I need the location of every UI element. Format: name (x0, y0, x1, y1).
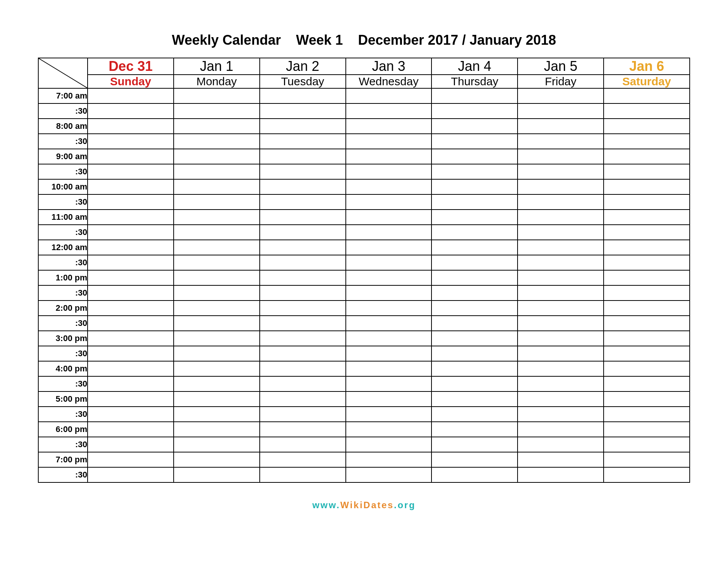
time-slot (174, 437, 260, 452)
time-slot (604, 316, 690, 331)
time-slot (174, 164, 260, 179)
time-slot (346, 407, 432, 422)
time-slot (518, 467, 604, 482)
time-slot (88, 194, 174, 210)
time-slot (604, 346, 690, 361)
time-slot (431, 103, 518, 119)
date-header: Jan 3 (346, 58, 432, 75)
diagonal-line-icon (39, 58, 87, 88)
time-slot (604, 376, 690, 391)
time-slot (88, 255, 174, 270)
time-slot (518, 119, 604, 134)
time-row: 9:00 am (38, 149, 690, 164)
time-slot (604, 255, 690, 270)
time-slot (431, 240, 518, 255)
time-slot (346, 452, 432, 467)
time-slot (604, 407, 690, 422)
time-slot (604, 301, 690, 316)
time-slot (431, 301, 518, 316)
time-label: :30 (38, 346, 88, 361)
time-slot (174, 407, 260, 422)
time-slot (604, 467, 690, 482)
time-slot (174, 225, 260, 240)
dayname-header: Tuesday (260, 75, 346, 88)
time-row: :30 (38, 376, 690, 391)
time-slot (346, 346, 432, 361)
time-slot (260, 361, 346, 376)
time-slot (88, 346, 174, 361)
time-slot (88, 331, 174, 346)
time-slot (174, 346, 260, 361)
time-slot (346, 103, 432, 119)
time-row: 2:00 pm (38, 301, 690, 316)
time-slot (88, 301, 174, 316)
time-slot (604, 88, 690, 103)
time-label: :30 (38, 225, 88, 240)
time-slot (174, 452, 260, 467)
time-slot (518, 164, 604, 179)
time-slot (260, 376, 346, 391)
time-slot (260, 179, 346, 194)
time-slot (174, 179, 260, 194)
time-slot (174, 194, 260, 210)
time-slot (260, 240, 346, 255)
dayname-header: Sunday (88, 75, 174, 88)
time-slot (174, 331, 260, 346)
time-slot (604, 103, 690, 119)
time-label: 7:00 am (38, 88, 88, 103)
time-row: :30 (38, 255, 690, 270)
footer-prefix: www. (312, 500, 340, 510)
time-slot (604, 391, 690, 407)
time-slot (431, 134, 518, 149)
time-row: 6:00 pm (38, 422, 690, 437)
dayname-header: Saturday (604, 75, 690, 88)
date-header: Jan 5 (518, 58, 604, 75)
dayname-row: Sunday Monday Tuesday Wednesday Thursday… (38, 75, 690, 88)
time-label: 12:00 am (38, 240, 88, 255)
time-slot (174, 376, 260, 391)
time-slot (518, 301, 604, 316)
time-slot (604, 452, 690, 467)
time-slot (346, 437, 432, 452)
time-label: :30 (38, 103, 88, 119)
time-label: 11:00 am (38, 210, 88, 225)
corner-diagonal-cell (38, 58, 88, 88)
time-slot (518, 88, 604, 103)
time-slot (174, 240, 260, 255)
time-slot (604, 361, 690, 376)
dayname-header: Wednesday (346, 75, 432, 88)
time-label: :30 (38, 407, 88, 422)
time-row: :30 (38, 467, 690, 482)
time-slot (604, 179, 690, 194)
time-slot (174, 210, 260, 225)
time-slot (431, 452, 518, 467)
time-slot (174, 391, 260, 407)
footer-main: WikiDates (340, 500, 394, 510)
time-slot (604, 164, 690, 179)
dayname-header: Monday (174, 75, 260, 88)
time-slot (88, 164, 174, 179)
time-slot (88, 422, 174, 437)
time-row: :30 (38, 134, 690, 149)
time-slot (604, 437, 690, 452)
time-label: 6:00 pm (38, 422, 88, 437)
time-slot (88, 225, 174, 240)
time-slot (431, 255, 518, 270)
time-slot (174, 361, 260, 376)
time-slot (518, 134, 604, 149)
time-slot (518, 437, 604, 452)
time-row: :30 (38, 407, 690, 422)
time-slot (174, 149, 260, 164)
time-slot (260, 255, 346, 270)
time-row: 8:00 am (38, 119, 690, 134)
time-slot (518, 361, 604, 376)
calendar-header: Dec 31 Jan 1 Jan 2 Jan 3 Jan 4 Jan 5 Jan… (38, 58, 690, 88)
time-label: 2:00 pm (38, 301, 88, 316)
dayname-header: Thursday (431, 75, 518, 88)
time-slot (431, 285, 518, 301)
date-header: Jan 1 (174, 58, 260, 75)
time-slot (518, 240, 604, 255)
time-label: :30 (38, 376, 88, 391)
time-slot (518, 422, 604, 437)
time-row: 11:00 am (38, 210, 690, 225)
